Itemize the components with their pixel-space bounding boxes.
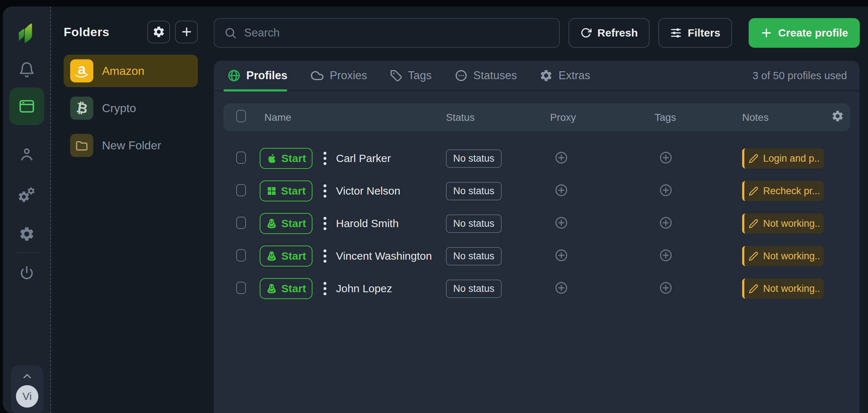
tabs-bar: Profiles Proxies Tags Statuses Extras bbox=[214, 61, 860, 91]
bitcoin-icon: ₿ bbox=[70, 97, 93, 120]
column-status: Status bbox=[446, 112, 550, 123]
row-checkbox[interactable] bbox=[236, 152, 246, 164]
tab-profiles[interactable]: Profiles bbox=[227, 69, 288, 82]
accounts-person-icon[interactable] bbox=[18, 146, 35, 163]
plus-icon bbox=[180, 26, 193, 38]
pencil-icon bbox=[749, 251, 758, 261]
chevron-up-icon bbox=[21, 370, 33, 382]
tab-tags[interactable]: Tags bbox=[390, 69, 431, 82]
row-checkbox[interactable] bbox=[236, 249, 246, 261]
table-body: Start Carl Parker No status Login and p.… bbox=[224, 142, 850, 305]
note-text: Not working... bbox=[763, 283, 820, 294]
windows-icon bbox=[267, 186, 277, 196]
status-badge: No status bbox=[446, 214, 502, 233]
note-button[interactable]: Login and p... bbox=[742, 148, 824, 169]
status-badge: No status bbox=[446, 247, 502, 265]
note-text: Not working... bbox=[763, 251, 820, 262]
row-menu-icon[interactable] bbox=[323, 282, 327, 295]
note-button[interactable]: Not working... bbox=[742, 246, 824, 266]
pencil-icon bbox=[749, 219, 758, 229]
table-header: Name Status Proxy Tags Notes bbox=[224, 103, 850, 131]
start-profile-button[interactable]: Start bbox=[260, 148, 312, 169]
main-area: Refresh Filters Create profile Profiles … bbox=[214, 7, 868, 413]
power-icon[interactable] bbox=[19, 265, 35, 281]
profile-name: John Lopez bbox=[336, 282, 392, 295]
add-proxy-icon[interactable] bbox=[554, 281, 568, 295]
folders-title: Folders bbox=[64, 25, 109, 39]
automation-gears-icon[interactable] bbox=[17, 187, 36, 204]
refresh-icon bbox=[580, 27, 592, 39]
add-proxy-icon[interactable] bbox=[554, 151, 568, 165]
avatar[interactable]: Vi bbox=[16, 385, 38, 408]
add-tag-icon[interactable] bbox=[659, 183, 673, 197]
linux-icon bbox=[266, 218, 277, 229]
app-window: Vi Folders a Amazon bbox=[3, 7, 868, 413]
tab-proxies[interactable]: Proxies bbox=[310, 68, 367, 83]
folder-icon bbox=[70, 134, 93, 157]
row-checkbox[interactable] bbox=[236, 217, 246, 229]
note-button[interactable]: Not working... bbox=[742, 278, 824, 299]
tab-statuses[interactable]: Statuses bbox=[454, 69, 517, 82]
browser-window-icon bbox=[18, 98, 35, 115]
user-menu[interactable]: Vi bbox=[11, 365, 43, 413]
column-name: Name bbox=[260, 112, 446, 123]
row-checkbox[interactable] bbox=[236, 184, 246, 196]
folders-settings-button[interactable] bbox=[147, 21, 170, 43]
folder-label: New Folder bbox=[102, 139, 161, 152]
status-badge: No status bbox=[446, 149, 502, 168]
search-input[interactable] bbox=[244, 26, 550, 39]
sidebar-item-browser-profiles[interactable] bbox=[9, 88, 44, 125]
create-profile-button[interactable]: Create profile bbox=[749, 18, 860, 48]
notifications-bell-icon[interactable] bbox=[18, 61, 35, 78]
search-box bbox=[214, 18, 560, 48]
search-icon bbox=[224, 26, 237, 39]
row-menu-icon[interactable] bbox=[323, 217, 327, 230]
add-tag-icon[interactable] bbox=[659, 151, 673, 165]
row-menu-icon[interactable] bbox=[323, 184, 327, 198]
select-all-checkbox[interactable] bbox=[236, 110, 246, 122]
add-folder-button[interactable] bbox=[175, 21, 198, 43]
icon-rail: Vi bbox=[3, 7, 51, 413]
filters-button[interactable]: Filters bbox=[658, 18, 732, 48]
linux-icon bbox=[266, 251, 277, 261]
folder-item-new-folder[interactable]: New Folder bbox=[64, 129, 198, 162]
gear-icon bbox=[539, 69, 553, 82]
refresh-button[interactable]: Refresh bbox=[569, 18, 650, 48]
active-tab-underline bbox=[224, 89, 287, 91]
macos-icon bbox=[266, 153, 277, 164]
add-proxy-icon[interactable] bbox=[554, 248, 568, 262]
add-proxy-icon[interactable] bbox=[554, 183, 568, 197]
add-tag-icon[interactable] bbox=[659, 216, 673, 230]
note-button[interactable]: Not working... bbox=[742, 213, 824, 234]
plus-icon bbox=[760, 27, 773, 39]
amazon-icon: a bbox=[70, 59, 93, 82]
profiles-usage-text: 3 of 50 profiles used bbox=[753, 70, 847, 82]
table-row: Start Carl Parker No status Login and p.… bbox=[224, 142, 850, 175]
profile-name: Victor Nelson bbox=[336, 185, 400, 197]
row-checkbox[interactable] bbox=[236, 282, 246, 294]
table-row: Start Vincent Washington No status Not w… bbox=[224, 240, 850, 272]
settings-gear-icon[interactable] bbox=[18, 226, 35, 242]
globe-icon bbox=[227, 69, 241, 82]
row-menu-icon[interactable] bbox=[323, 152, 327, 165]
start-profile-button[interactable]: Start bbox=[260, 278, 312, 299]
app-logo-icon bbox=[17, 22, 37, 43]
folder-item-crypto[interactable]: ₿ Crypto bbox=[64, 92, 198, 124]
table-settings-gear-icon[interactable] bbox=[831, 110, 844, 123]
row-menu-icon[interactable] bbox=[323, 249, 327, 263]
pencil-icon bbox=[749, 154, 758, 163]
add-tag-icon[interactable] bbox=[659, 248, 673, 262]
pencil-icon bbox=[749, 186, 758, 196]
start-profile-button[interactable]: Start bbox=[260, 213, 312, 234]
note-button[interactable]: Recheck pr... bbox=[742, 181, 824, 201]
start-profile-button[interactable]: Start bbox=[260, 246, 312, 267]
start-profile-button[interactable]: Start bbox=[260, 180, 312, 201]
folder-label: Amazon bbox=[102, 64, 144, 78]
add-proxy-icon[interactable] bbox=[554, 216, 568, 230]
folder-item-amazon[interactable]: a Amazon bbox=[64, 55, 198, 87]
linux-icon bbox=[266, 283, 277, 294]
note-text: Login and p... bbox=[763, 153, 820, 164]
tab-extras[interactable]: Extras bbox=[539, 69, 590, 82]
table-row: Start Victor Nelson No status Recheck pr… bbox=[224, 175, 850, 207]
add-tag-icon[interactable] bbox=[659, 281, 673, 295]
